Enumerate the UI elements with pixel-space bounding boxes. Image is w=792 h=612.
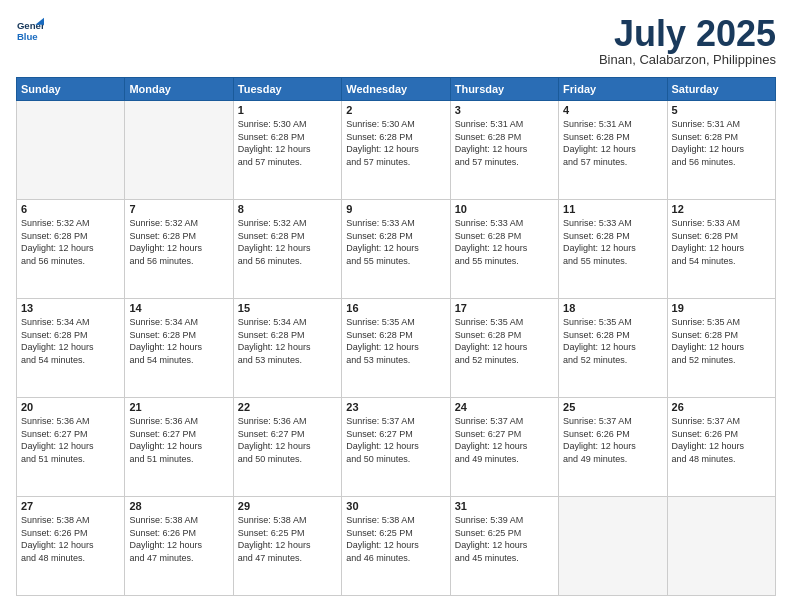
calendar-cell: 19Sunrise: 5:35 AM Sunset: 6:28 PM Dayli… xyxy=(667,299,775,398)
day-info: Sunrise: 5:31 AM Sunset: 6:28 PM Dayligh… xyxy=(455,118,554,168)
day-info: Sunrise: 5:36 AM Sunset: 6:27 PM Dayligh… xyxy=(238,415,337,465)
day-info: Sunrise: 5:35 AM Sunset: 6:28 PM Dayligh… xyxy=(672,316,771,366)
calendar-table: SundayMondayTuesdayWednesdayThursdayFrid… xyxy=(16,77,776,596)
calendar-cell: 26Sunrise: 5:37 AM Sunset: 6:26 PM Dayli… xyxy=(667,398,775,497)
calendar-cell xyxy=(667,497,775,596)
weekday-header-tuesday: Tuesday xyxy=(233,78,341,101)
day-number: 20 xyxy=(21,401,120,413)
day-info: Sunrise: 5:32 AM Sunset: 6:28 PM Dayligh… xyxy=(21,217,120,267)
calendar-cell: 14Sunrise: 5:34 AM Sunset: 6:28 PM Dayli… xyxy=(125,299,233,398)
day-info: Sunrise: 5:39 AM Sunset: 6:25 PM Dayligh… xyxy=(455,514,554,564)
day-info: Sunrise: 5:37 AM Sunset: 6:27 PM Dayligh… xyxy=(455,415,554,465)
calendar-cell: 11Sunrise: 5:33 AM Sunset: 6:28 PM Dayli… xyxy=(559,200,667,299)
calendar-cell: 18Sunrise: 5:35 AM Sunset: 6:28 PM Dayli… xyxy=(559,299,667,398)
calendar-cell: 5Sunrise: 5:31 AM Sunset: 6:28 PM Daylig… xyxy=(667,101,775,200)
day-info: Sunrise: 5:34 AM Sunset: 6:28 PM Dayligh… xyxy=(238,316,337,366)
day-number: 8 xyxy=(238,203,337,215)
day-info: Sunrise: 5:35 AM Sunset: 6:28 PM Dayligh… xyxy=(346,316,445,366)
svg-text:Blue: Blue xyxy=(17,31,38,42)
day-number: 28 xyxy=(129,500,228,512)
day-info: Sunrise: 5:31 AM Sunset: 6:28 PM Dayligh… xyxy=(563,118,662,168)
weekday-header-saturday: Saturday xyxy=(667,78,775,101)
calendar-cell: 24Sunrise: 5:37 AM Sunset: 6:27 PM Dayli… xyxy=(450,398,558,497)
calendar-cell: 27Sunrise: 5:38 AM Sunset: 6:26 PM Dayli… xyxy=(17,497,125,596)
day-info: Sunrise: 5:32 AM Sunset: 6:28 PM Dayligh… xyxy=(129,217,228,267)
calendar-cell: 30Sunrise: 5:38 AM Sunset: 6:25 PM Dayli… xyxy=(342,497,450,596)
day-info: Sunrise: 5:34 AM Sunset: 6:28 PM Dayligh… xyxy=(129,316,228,366)
calendar-cell: 6Sunrise: 5:32 AM Sunset: 6:28 PM Daylig… xyxy=(17,200,125,299)
day-number: 26 xyxy=(672,401,771,413)
day-info: Sunrise: 5:35 AM Sunset: 6:28 PM Dayligh… xyxy=(563,316,662,366)
calendar-cell: 31Sunrise: 5:39 AM Sunset: 6:25 PM Dayli… xyxy=(450,497,558,596)
day-info: Sunrise: 5:33 AM Sunset: 6:28 PM Dayligh… xyxy=(346,217,445,267)
day-number: 16 xyxy=(346,302,445,314)
weekday-header-monday: Monday xyxy=(125,78,233,101)
month-title: July 2025 xyxy=(599,16,776,52)
calendar-cell: 3Sunrise: 5:31 AM Sunset: 6:28 PM Daylig… xyxy=(450,101,558,200)
day-number: 1 xyxy=(238,104,337,116)
day-number: 19 xyxy=(672,302,771,314)
day-info: Sunrise: 5:33 AM Sunset: 6:28 PM Dayligh… xyxy=(672,217,771,267)
day-number: 22 xyxy=(238,401,337,413)
calendar-cell: 8Sunrise: 5:32 AM Sunset: 6:28 PM Daylig… xyxy=(233,200,341,299)
day-info: Sunrise: 5:33 AM Sunset: 6:28 PM Dayligh… xyxy=(563,217,662,267)
calendar-cell: 10Sunrise: 5:33 AM Sunset: 6:28 PM Dayli… xyxy=(450,200,558,299)
logo: General Blue xyxy=(16,16,44,44)
day-info: Sunrise: 5:31 AM Sunset: 6:28 PM Dayligh… xyxy=(672,118,771,168)
day-info: Sunrise: 5:33 AM Sunset: 6:28 PM Dayligh… xyxy=(455,217,554,267)
day-info: Sunrise: 5:38 AM Sunset: 6:26 PM Dayligh… xyxy=(129,514,228,564)
day-info: Sunrise: 5:36 AM Sunset: 6:27 PM Dayligh… xyxy=(21,415,120,465)
page: General Blue July 2025 Binan, Calabarzon… xyxy=(0,0,792,612)
day-number: 18 xyxy=(563,302,662,314)
day-number: 9 xyxy=(346,203,445,215)
title-block: July 2025 Binan, Calabarzon, Philippines xyxy=(599,16,776,67)
calendar-cell: 25Sunrise: 5:37 AM Sunset: 6:26 PM Dayli… xyxy=(559,398,667,497)
calendar-cell xyxy=(125,101,233,200)
calendar-cell: 12Sunrise: 5:33 AM Sunset: 6:28 PM Dayli… xyxy=(667,200,775,299)
day-number: 24 xyxy=(455,401,554,413)
day-info: Sunrise: 5:38 AM Sunset: 6:25 PM Dayligh… xyxy=(238,514,337,564)
day-info: Sunrise: 5:36 AM Sunset: 6:27 PM Dayligh… xyxy=(129,415,228,465)
weekday-header-wednesday: Wednesday xyxy=(342,78,450,101)
day-info: Sunrise: 5:34 AM Sunset: 6:28 PM Dayligh… xyxy=(21,316,120,366)
day-number: 5 xyxy=(672,104,771,116)
weekday-header-thursday: Thursday xyxy=(450,78,558,101)
calendar-cell: 13Sunrise: 5:34 AM Sunset: 6:28 PM Dayli… xyxy=(17,299,125,398)
calendar-cell: 22Sunrise: 5:36 AM Sunset: 6:27 PM Dayli… xyxy=(233,398,341,497)
calendar-cell: 7Sunrise: 5:32 AM Sunset: 6:28 PM Daylig… xyxy=(125,200,233,299)
day-info: Sunrise: 5:37 AM Sunset: 6:26 PM Dayligh… xyxy=(563,415,662,465)
day-number: 14 xyxy=(129,302,228,314)
calendar-cell: 28Sunrise: 5:38 AM Sunset: 6:26 PM Dayli… xyxy=(125,497,233,596)
day-number: 13 xyxy=(21,302,120,314)
weekday-header-sunday: Sunday xyxy=(17,78,125,101)
day-info: Sunrise: 5:35 AM Sunset: 6:28 PM Dayligh… xyxy=(455,316,554,366)
day-number: 17 xyxy=(455,302,554,314)
day-number: 23 xyxy=(346,401,445,413)
calendar-cell: 4Sunrise: 5:31 AM Sunset: 6:28 PM Daylig… xyxy=(559,101,667,200)
location: Binan, Calabarzon, Philippines xyxy=(599,52,776,67)
calendar-cell xyxy=(17,101,125,200)
logo-icon: General Blue xyxy=(16,16,44,44)
day-info: Sunrise: 5:38 AM Sunset: 6:26 PM Dayligh… xyxy=(21,514,120,564)
calendar-cell: 2Sunrise: 5:30 AM Sunset: 6:28 PM Daylig… xyxy=(342,101,450,200)
day-number: 30 xyxy=(346,500,445,512)
day-info: Sunrise: 5:30 AM Sunset: 6:28 PM Dayligh… xyxy=(238,118,337,168)
day-number: 6 xyxy=(21,203,120,215)
day-number: 21 xyxy=(129,401,228,413)
day-number: 12 xyxy=(672,203,771,215)
calendar-cell: 20Sunrise: 5:36 AM Sunset: 6:27 PM Dayli… xyxy=(17,398,125,497)
header: General Blue July 2025 Binan, Calabarzon… xyxy=(16,16,776,67)
day-number: 4 xyxy=(563,104,662,116)
calendar-cell: 1Sunrise: 5:30 AM Sunset: 6:28 PM Daylig… xyxy=(233,101,341,200)
day-number: 25 xyxy=(563,401,662,413)
calendar-cell xyxy=(559,497,667,596)
calendar-cell: 29Sunrise: 5:38 AM Sunset: 6:25 PM Dayli… xyxy=(233,497,341,596)
day-number: 2 xyxy=(346,104,445,116)
day-info: Sunrise: 5:32 AM Sunset: 6:28 PM Dayligh… xyxy=(238,217,337,267)
day-info: Sunrise: 5:37 AM Sunset: 6:26 PM Dayligh… xyxy=(672,415,771,465)
day-number: 3 xyxy=(455,104,554,116)
calendar-cell: 23Sunrise: 5:37 AM Sunset: 6:27 PM Dayli… xyxy=(342,398,450,497)
day-number: 7 xyxy=(129,203,228,215)
calendar-cell: 21Sunrise: 5:36 AM Sunset: 6:27 PM Dayli… xyxy=(125,398,233,497)
day-number: 15 xyxy=(238,302,337,314)
